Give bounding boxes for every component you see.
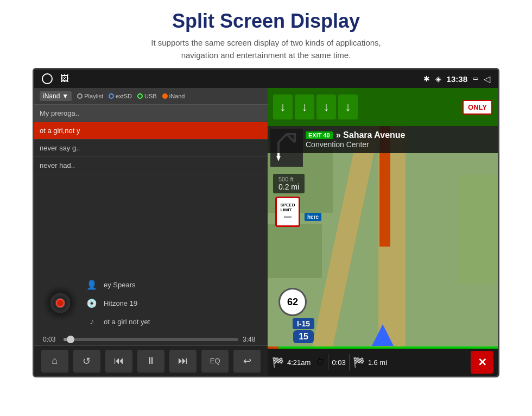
nav-close-button[interactable]: ✕: [471, 351, 493, 374]
image-icon: 🖼: [60, 74, 69, 84]
limit-text: SPEEDLIMIT: [280, 203, 295, 212]
page-subtitle: It supports the same screen display of t…: [33, 37, 499, 61]
music-panel: iNand ▼ Playlist extSD USB iNand: [34, 88, 268, 376]
location-icon: ◈: [435, 74, 441, 83]
nav-divider-1: [328, 354, 328, 370]
map-background: Birch St Westwood ↓ ↓ ↓ ↓ ONLY: [268, 88, 498, 376]
source-label: iNand: [43, 92, 60, 100]
nav-divider-2: [349, 354, 350, 370]
album-name: Hitzone 19: [104, 299, 137, 307]
flag-end-icon: 🏁: [353, 356, 365, 368]
flag-start-icon: 🏁: [272, 356, 284, 368]
window-icon: [473, 78, 478, 80]
bluetooth-icon: ✱: [423, 74, 430, 83]
main-split: iNand ▼ Playlist extSD USB iNand: [34, 88, 498, 376]
nav-arrow-indicator: [372, 324, 394, 346]
radio-usb: [137, 93, 143, 99]
pause-button[interactable]: ⏸: [137, 350, 164, 373]
status-time: 13:38: [447, 74, 467, 84]
arrival-time-value: 4:21am: [287, 358, 311, 367]
arrival-time: 4:21am: [287, 358, 311, 367]
speed-value: 62: [287, 297, 298, 308]
nav-panel: Birch St Westwood ↓ ↓ ↓ ↓ ONLY: [268, 88, 498, 376]
distance-overlay: 500 ft 0.2 mi: [273, 174, 305, 193]
eq-button[interactable]: EQ: [201, 350, 229, 373]
progress-bar[interactable]: [64, 338, 238, 341]
song-name: ot a girl not yet: [104, 318, 150, 326]
playlist-item-0[interactable]: My preroga..: [34, 105, 268, 122]
feet-label: 500 ft: [278, 176, 299, 182]
nav-top-banner: ↓ ↓ ↓ ↓ ONLY: [268, 88, 498, 126]
status-bar: 🖼 ✱ ◈ 13:38 ◁: [34, 70, 498, 88]
here-logo: here: [305, 213, 321, 221]
person-icon: 👤: [85, 278, 98, 291]
highway-text: I-15: [293, 318, 314, 329]
radio-inand: [162, 93, 168, 99]
page-title: Split Screen Display: [33, 10, 499, 33]
music-note-icon: ♪: [85, 315, 98, 328]
playlist-container: My preroga.. ot a girl,not y never say g…: [34, 105, 268, 273]
prev-button[interactable]: ⏮: [105, 350, 132, 373]
distance-stat: 1.6 mi: [368, 358, 387, 367]
grass-2: [268, 224, 322, 278]
direction-box: EXIT 40 » Sahara Avenue Convention Cente…: [268, 126, 498, 153]
time-total: 3:48: [243, 336, 259, 343]
artist-row: 👤 ey Spears: [85, 278, 150, 291]
exit-label: EXIT 40: [306, 131, 333, 139]
speed-sign: 62: [278, 288, 307, 316]
nav-bottom-bar: 🏁 4:21am ⏱ 0:03 🏁 1.6 mi ✕: [268, 349, 498, 376]
playlist-item-2[interactable]: never say g..: [34, 140, 268, 157]
nav-arrow-2: ↓: [295, 94, 314, 119]
status-left-icons: 🖼: [42, 73, 191, 84]
nav-arrow-1: ↓: [273, 94, 293, 119]
distance-stat-value: 1.6 mi: [368, 358, 387, 367]
nav-triangle: [372, 324, 394, 346]
source-dropdown[interactable]: iNand ▼: [40, 91, 72, 101]
arrow-group: ↓ ↓ ↓ ↓: [273, 94, 358, 119]
device-frame: 🖼 ✱ ◈ 13:38 ◁ iNand ▼ Playlist: [33, 68, 499, 377]
highway-shield: 15: [293, 330, 314, 343]
time-current: 0:03: [43, 336, 59, 343]
duration-value: 0:03: [332, 358, 345, 367]
song-row: ♪ ot a girl not yet: [85, 315, 150, 328]
only-badge: ONLY: [463, 100, 492, 115]
repeat-button[interactable]: ↺: [73, 350, 100, 373]
track-info: 👤 ey Spears 💿 Hitzone 19 ♪ ot a girl not…: [85, 278, 150, 328]
source-usb[interactable]: USB: [137, 93, 157, 99]
back-icon: ◁: [484, 74, 490, 84]
page-header: Split Screen Display It supports the sam…: [0, 0, 532, 68]
source-inand[interactable]: iNand: [162, 93, 185, 99]
svg-marker-1: [276, 156, 281, 161]
playlist-item-1[interactable]: ot a girl,not y: [34, 122, 268, 140]
distance-label: 0.2 mi: [278, 182, 299, 191]
grass-3: [460, 175, 498, 283]
limit-value: —: [284, 212, 292, 221]
highway-badge: I-15 15: [293, 318, 314, 343]
artist-name: ey Spears: [104, 281, 136, 289]
circle-icon: [42, 73, 53, 84]
back-button[interactable]: ↩: [233, 350, 261, 373]
source-playlist[interactable]: Playlist: [77, 93, 103, 99]
source-selector: iNand ▼ Playlist extSD USB iNand: [34, 88, 268, 105]
radio-extsd: [109, 93, 114, 99]
source-extsd[interactable]: extSD: [109, 93, 132, 99]
controls-bar: ⌂ ↺ ⏮ ⏸ ⏭ EQ ↩: [34, 345, 268, 376]
progress-area: 0:03 3:48: [34, 333, 268, 345]
dropdown-arrow: ▼: [62, 92, 68, 100]
disc-icon: 💿: [85, 297, 98, 310]
direction-sub: Convention Center: [306, 140, 492, 149]
nav-arrow-4: ↓: [338, 94, 358, 119]
clock-icon: ⏱: [316, 357, 325, 367]
direction-main: » Sahara Avenue: [336, 130, 406, 140]
playlist-item-3[interactable]: never had..: [34, 157, 268, 174]
vinyl-record: [43, 286, 78, 320]
vinyl-center: [56, 299, 65, 307]
speed-limit-sign: SPEEDLIMIT —: [275, 197, 300, 227]
radio-playlist: [77, 93, 83, 99]
nav-arrow-3: ↓: [316, 94, 336, 119]
duration-stat: 0:03: [332, 358, 345, 367]
progress-thumb: [67, 336, 74, 343]
home-button[interactable]: ⌂: [41, 350, 68, 373]
next-button[interactable]: ⏭: [169, 350, 197, 373]
status-right-icons: ✱ ◈ 13:38 ◁: [341, 74, 490, 84]
